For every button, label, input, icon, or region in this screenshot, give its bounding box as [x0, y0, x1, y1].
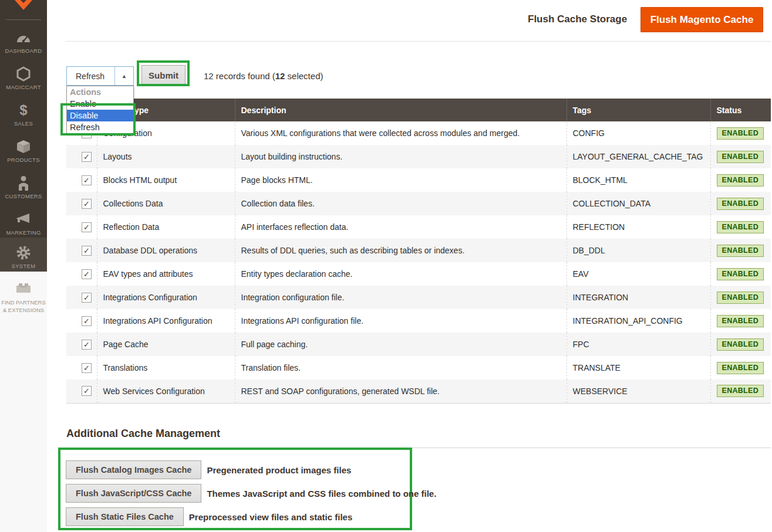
flush-magento-cache-button[interactable]: Flush Magento Cache: [640, 7, 763, 32]
sidebar-item-customers[interactable]: CUSTOMERS: [0, 172, 47, 205]
table-row: ✓Database DDL operationsResults of DDL q…: [66, 239, 771, 262]
cache-type-cell: Translations: [97, 356, 235, 379]
sidebar-item-system[interactable]: SYSTEM: [0, 238, 47, 272]
sidebar-item-label: MAGICCART: [6, 84, 41, 91]
description-cell: Translation files.: [235, 356, 567, 379]
row-checkbox[interactable]: ✓: [82, 363, 92, 373]
cache-type-cell: EAV types and attributes: [97, 262, 235, 286]
tags-cell: EAV: [567, 262, 710, 286]
flush-button-1[interactable]: Flush Catalog Images Cache: [66, 460, 201, 479]
row-checkbox[interactable]: ✓: [82, 269, 92, 279]
admin-sidebar: DASHBOARDMAGICCART$SALESPRODUCTSCUSTOMER…: [0, 0, 47, 272]
mass-action-select[interactable]: Refresh ▲: [66, 66, 134, 86]
status-badge: ENABLED: [717, 245, 764, 257]
products-icon: [16, 138, 31, 155]
row-checkbox[interactable]: ✓: [82, 199, 92, 209]
table-row: ✓Page CacheFull page caching.FPCENABLED: [66, 333, 771, 356]
cache-type-cell: Collections Data: [97, 192, 235, 215]
status-badge: ENABLED: [717, 362, 764, 374]
table-row: ✓EAV types and attributesEntity types de…: [66, 262, 771, 286]
status-badge: ENABLED: [717, 268, 764, 280]
dropdown-option-enable[interactable]: Enable: [67, 98, 133, 110]
arrow-up-icon: ▲: [114, 67, 133, 85]
table-row: ✓TranslationsTranslation files.TRANSLATE…: [66, 356, 771, 379]
cache-type-cell: Database DDL operations: [97, 239, 235, 262]
mass-action-dropdown: ActionsEnableDisableRefresh: [66, 86, 134, 134]
row-checkbox[interactable]: ✓: [82, 246, 92, 256]
svg-text:$: $: [19, 103, 28, 118]
status-badge: ENABLED: [717, 292, 764, 304]
sidebar-item-magiccart[interactable]: MAGICCART: [0, 63, 47, 96]
sidebar-item-label: CUSTOMERS: [5, 193, 42, 200]
cache-type-cell: Page Cache: [97, 333, 235, 356]
sidebar-item-dashboard[interactable]: DASHBOARD: [0, 27, 47, 60]
status-badge: ENABLED: [717, 174, 764, 187]
tags-cell: REFLECTION: [567, 215, 710, 239]
table-row: ✓LayoutsLayout building instructions.LAY…: [66, 145, 771, 168]
tags-cell: INTEGRATION_API_CONFIG: [567, 309, 710, 333]
cache-type-cell: Web Services Configuration: [97, 379, 235, 403]
magento-logo-icon[interactable]: [12, 0, 35, 11]
submit-button[interactable]: Submit: [141, 65, 186, 85]
row-checkbox[interactable]: ✓: [82, 340, 92, 350]
tags-cell: LAYOUT_GENERAL_CACHE_TAG: [567, 145, 710, 168]
flush-button-2[interactable]: Flush JavaScript/CSS Cache: [66, 484, 201, 503]
description-cell: API interfaces reflection data.: [235, 215, 567, 239]
table-row: ✓Web Services ConfigurationREST and SOAP…: [66, 379, 771, 403]
additional-cache-title: Additional Cache Management: [66, 428, 220, 440]
tags-cell: DB_DDL: [567, 239, 710, 262]
column-header-status: Status: [710, 99, 771, 121]
flush-action-description: Themes JavaScript and CSS files combined…: [207, 489, 436, 499]
table-row: ✓Reflection DataAPI interfaces reflectio…: [66, 215, 771, 239]
sidebar-item-label: SYSTEM: [12, 263, 36, 270]
description-cell: Integration configuration file.: [235, 286, 567, 309]
table-row: ✓Collections DataCollection data files.C…: [66, 192, 771, 215]
row-checkbox[interactable]: ✓: [82, 293, 92, 303]
status-badge: ENABLED: [717, 338, 764, 351]
status-badge: ENABLED: [717, 315, 764, 327]
find-partners-label: FIND PARTNERS & EXTENSIONS: [0, 299, 47, 314]
sales-icon: $: [16, 102, 31, 118]
tags-cell: COLLECTION_DATA: [567, 192, 710, 215]
cache-type-cell: Layouts: [97, 145, 235, 168]
table-row: ✓Integrations ConfigurationIntegration c…: [66, 286, 771, 309]
tags-cell: CONFIG: [567, 121, 710, 145]
row-checkbox[interactable]: ✓: [82, 316, 92, 326]
description-cell: Full page caching.: [235, 333, 567, 356]
dropdown-option-refresh[interactable]: Refresh: [67, 121, 133, 133]
status-badge: ENABLED: [717, 221, 764, 233]
flush-button-3[interactable]: Flush Static Files Cache: [66, 507, 184, 526]
flush-cache-storage-button[interactable]: Flush Cache Storage: [528, 13, 627, 25]
sidebar-item-find-partners[interactable]: FIND PARTNERS & EXTENSIONS: [0, 272, 47, 532]
sidebar-item-products[interactable]: PRODUCTS: [0, 136, 47, 169]
status-badge: ENABLED: [717, 198, 764, 210]
flush-action-row: Flush Catalog Images CachePregenerated p…: [66, 460, 351, 479]
customers-icon: [17, 175, 30, 191]
description-cell: Collection data files.: [235, 192, 567, 215]
cache-type-cell: Integrations API Configuration: [97, 309, 235, 333]
row-checkbox[interactable]: ✓: [82, 386, 92, 396]
dashboard-icon: [15, 29, 32, 46]
sidebar-item-marketing[interactable]: MARKETING: [0, 209, 47, 242]
tags-cell: INTEGRATION: [567, 286, 710, 309]
cache-table: Cache TypeDescriptionTagsStatus ✓Configu…: [66, 99, 771, 404]
flush-action-description: Pregenerated product images files: [207, 465, 351, 475]
sidebar-item-label: PRODUCTS: [7, 157, 40, 164]
description-cell: Page blocks HTML.: [235, 168, 567, 192]
sidebar-item-label: SALES: [14, 120, 33, 127]
table-row: ✓ConfigurationVarious XML configurations…: [66, 121, 771, 145]
description-cell: Results of DDL queries, such as describi…: [235, 239, 567, 262]
extensions-icon: [0, 280, 47, 295]
tags-cell: TRANSLATE: [567, 356, 710, 379]
row-checkbox[interactable]: ✓: [82, 222, 92, 232]
row-checkbox[interactable]: ✓: [82, 175, 92, 185]
sidebar-item-sales[interactable]: $SALES: [0, 100, 47, 133]
cache-table-header-row: Cache TypeDescriptionTagsStatus: [66, 99, 771, 121]
magiccart-icon: [16, 66, 31, 82]
status-badge: ENABLED: [717, 127, 764, 140]
row-checkbox[interactable]: ✓: [82, 152, 92, 162]
status-badge: ENABLED: [717, 151, 764, 163]
dropdown-option-disable[interactable]: Disable: [67, 110, 133, 121]
cache-type-cell: Integrations Configuration: [97, 286, 235, 309]
records-summary: 12 records found (12 selected): [204, 71, 323, 81]
